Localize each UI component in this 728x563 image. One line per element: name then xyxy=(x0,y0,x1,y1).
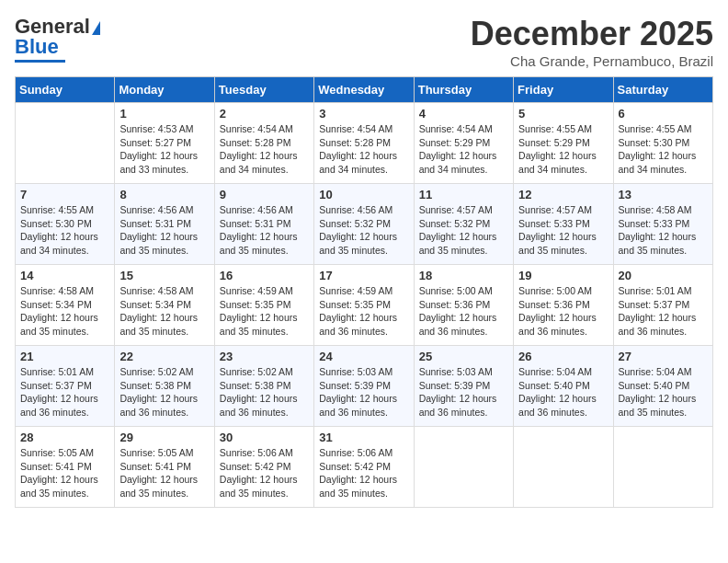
calendar-cell-w2-d2: 8Sunrise: 4:56 AM Sunset: 5:31 PM Daylig… xyxy=(115,184,214,265)
calendar-cell-w1-d5: 4Sunrise: 4:54 AM Sunset: 5:29 PM Daylig… xyxy=(414,103,513,184)
day-number: 21 xyxy=(20,350,109,363)
calendar-cell-w1-d3: 2Sunrise: 4:54 AM Sunset: 5:28 PM Daylig… xyxy=(214,103,313,184)
day-number: 29 xyxy=(119,431,209,444)
day-info: Sunrise: 5:05 AM Sunset: 5:41 PM Dayligh… xyxy=(20,446,109,500)
day-number: 6 xyxy=(619,107,708,121)
calendar-cell-w5-d4: 31Sunrise: 5:06 AM Sunset: 5:42 PM Dayli… xyxy=(314,427,414,508)
calendar-cell-w4-d3: 23Sunrise: 5:02 AM Sunset: 5:38 PM Dayli… xyxy=(214,346,313,427)
day-info: Sunrise: 5:01 AM Sunset: 5:37 PM Dayligh… xyxy=(20,365,109,419)
logo-triangle-icon xyxy=(92,21,100,35)
day-info: Sunrise: 5:00 AM Sunset: 5:36 PM Dayligh… xyxy=(518,284,608,339)
day-number: 19 xyxy=(518,269,608,282)
day-number: 2 xyxy=(220,107,309,121)
calendar-cell-w1-d7: 6Sunrise: 4:55 AM Sunset: 5:30 PM Daylig… xyxy=(613,103,712,184)
day-info: Sunrise: 4:56 AM Sunset: 5:32 PM Dayligh… xyxy=(319,203,408,258)
day-number: 25 xyxy=(419,350,508,363)
day-number: 31 xyxy=(319,431,408,444)
day-info: Sunrise: 5:06 AM Sunset: 5:42 PM Dayligh… xyxy=(220,446,309,500)
day-number: 1 xyxy=(119,107,209,121)
calendar-week-2: 7Sunrise: 4:55 AM Sunset: 5:30 PM Daylig… xyxy=(16,184,713,265)
calendar-cell-w5-d1: 28Sunrise: 5:05 AM Sunset: 5:41 PM Dayli… xyxy=(16,427,115,508)
title-block: December 2025 Cha Grande, Pernambuco, Br… xyxy=(471,15,713,69)
calendar-header-row: Sunday Monday Tuesday Wednesday Thursday… xyxy=(16,77,713,103)
calendar-cell-w3-d5: 18Sunrise: 5:00 AM Sunset: 5:36 PM Dayli… xyxy=(414,265,513,346)
day-number: 27 xyxy=(619,350,708,363)
calendar-cell-w1-d1 xyxy=(16,103,115,184)
day-number: 10 xyxy=(319,188,408,201)
day-number: 8 xyxy=(119,188,209,201)
logo: General Blue xyxy=(15,15,100,63)
day-info: Sunrise: 5:01 AM Sunset: 5:37 PM Dayligh… xyxy=(619,284,708,339)
day-number: 28 xyxy=(20,431,109,444)
day-info: Sunrise: 4:59 AM Sunset: 5:35 PM Dayligh… xyxy=(220,284,309,339)
day-info: Sunrise: 5:06 AM Sunset: 5:42 PM Dayligh… xyxy=(319,446,408,500)
month-title: December 2025 xyxy=(471,15,713,53)
calendar-cell-w5-d6 xyxy=(514,427,613,508)
day-info: Sunrise: 4:58 AM Sunset: 5:34 PM Dayligh… xyxy=(119,284,209,339)
col-monday: Monday xyxy=(115,77,214,103)
day-number: 9 xyxy=(220,188,309,201)
day-number: 26 xyxy=(518,350,608,363)
calendar-cell-w4-d4: 24Sunrise: 5:03 AM Sunset: 5:39 PM Dayli… xyxy=(314,346,414,427)
day-number: 20 xyxy=(619,269,708,282)
calendar-cell-w3-d4: 17Sunrise: 4:59 AM Sunset: 5:35 PM Dayli… xyxy=(314,265,414,346)
col-thursday: Thursday xyxy=(414,77,513,103)
day-number: 18 xyxy=(419,269,508,282)
calendar-cell-w5-d7 xyxy=(613,427,712,508)
day-number: 17 xyxy=(319,269,408,282)
col-saturday: Saturday xyxy=(613,77,712,103)
day-info: Sunrise: 4:54 AM Sunset: 5:28 PM Dayligh… xyxy=(319,122,408,177)
calendar-cell-w5-d3: 30Sunrise: 5:06 AM Sunset: 5:42 PM Dayli… xyxy=(214,427,313,508)
calendar-cell-w3-d7: 20Sunrise: 5:01 AM Sunset: 5:37 PM Dayli… xyxy=(613,265,712,346)
col-sunday: Sunday xyxy=(16,77,115,103)
day-number: 23 xyxy=(220,350,309,363)
calendar-cell-w3-d1: 14Sunrise: 4:58 AM Sunset: 5:34 PM Dayli… xyxy=(16,265,115,346)
day-info: Sunrise: 4:58 AM Sunset: 5:33 PM Dayligh… xyxy=(619,203,708,258)
day-number: 13 xyxy=(619,188,708,201)
day-info: Sunrise: 4:53 AM Sunset: 5:27 PM Dayligh… xyxy=(119,122,209,177)
logo-blue: Blue xyxy=(15,35,59,59)
day-info: Sunrise: 5:03 AM Sunset: 5:39 PM Dayligh… xyxy=(419,365,508,419)
calendar-cell-w3-d3: 16Sunrise: 4:59 AM Sunset: 5:35 PM Dayli… xyxy=(214,265,313,346)
calendar-cell-w3-d6: 19Sunrise: 5:00 AM Sunset: 5:36 PM Dayli… xyxy=(514,265,613,346)
day-info: Sunrise: 5:02 AM Sunset: 5:38 PM Dayligh… xyxy=(119,365,209,419)
day-info: Sunrise: 4:55 AM Sunset: 5:30 PM Dayligh… xyxy=(20,203,109,258)
day-info: Sunrise: 4:54 AM Sunset: 5:29 PM Dayligh… xyxy=(419,122,508,177)
calendar-cell-w4-d1: 21Sunrise: 5:01 AM Sunset: 5:37 PM Dayli… xyxy=(16,346,115,427)
day-info: Sunrise: 4:56 AM Sunset: 5:31 PM Dayligh… xyxy=(119,203,209,258)
day-number: 30 xyxy=(220,431,309,444)
day-info: Sunrise: 5:00 AM Sunset: 5:36 PM Dayligh… xyxy=(419,284,508,339)
day-number: 15 xyxy=(119,269,209,282)
day-info: Sunrise: 4:59 AM Sunset: 5:35 PM Dayligh… xyxy=(319,284,408,339)
day-info: Sunrise: 4:55 AM Sunset: 5:29 PM Dayligh… xyxy=(518,122,608,177)
day-info: Sunrise: 5:04 AM Sunset: 5:40 PM Dayligh… xyxy=(518,365,608,419)
day-info: Sunrise: 5:05 AM Sunset: 5:41 PM Dayligh… xyxy=(119,446,209,500)
calendar-cell-w2-d6: 12Sunrise: 4:57 AM Sunset: 5:33 PM Dayli… xyxy=(514,184,613,265)
day-number: 16 xyxy=(220,269,309,282)
day-number: 4 xyxy=(419,107,508,121)
day-number: 22 xyxy=(119,350,209,363)
day-number: 3 xyxy=(319,107,408,121)
calendar-table: Sunday Monday Tuesday Wednesday Thursday… xyxy=(15,76,713,508)
calendar-week-4: 21Sunrise: 5:01 AM Sunset: 5:37 PM Dayli… xyxy=(16,346,713,427)
calendar-cell-w1-d4: 3Sunrise: 4:54 AM Sunset: 5:28 PM Daylig… xyxy=(314,103,414,184)
calendar-cell-w4-d7: 27Sunrise: 5:04 AM Sunset: 5:40 PM Dayli… xyxy=(613,346,712,427)
page-header: General Blue December 2025 Cha Grande, P… xyxy=(15,15,713,69)
day-info: Sunrise: 4:56 AM Sunset: 5:31 PM Dayligh… xyxy=(220,203,309,258)
calendar-cell-w2-d3: 9Sunrise: 4:56 AM Sunset: 5:31 PM Daylig… xyxy=(214,184,313,265)
day-info: Sunrise: 4:54 AM Sunset: 5:28 PM Dayligh… xyxy=(220,122,309,177)
calendar-cell-w5-d5 xyxy=(414,427,513,508)
subtitle: Cha Grande, Pernambuco, Brazil xyxy=(471,53,713,69)
day-info: Sunrise: 4:57 AM Sunset: 5:33 PM Dayligh… xyxy=(518,203,608,258)
day-number: 14 xyxy=(20,269,109,282)
day-info: Sunrise: 4:57 AM Sunset: 5:32 PM Dayligh… xyxy=(419,203,508,258)
day-number: 7 xyxy=(20,188,109,201)
col-friday: Friday xyxy=(514,77,613,103)
calendar-cell-w2-d5: 11Sunrise: 4:57 AM Sunset: 5:32 PM Dayli… xyxy=(414,184,513,265)
calendar-week-5: 28Sunrise: 5:05 AM Sunset: 5:41 PM Dayli… xyxy=(16,427,713,508)
day-info: Sunrise: 4:55 AM Sunset: 5:30 PM Dayligh… xyxy=(619,122,708,177)
col-wednesday: Wednesday xyxy=(314,77,414,103)
day-number: 24 xyxy=(319,350,408,363)
calendar-cell-w4-d2: 22Sunrise: 5:02 AM Sunset: 5:38 PM Dayli… xyxy=(115,346,214,427)
calendar-cell-w4-d6: 26Sunrise: 5:04 AM Sunset: 5:40 PM Dayli… xyxy=(514,346,613,427)
